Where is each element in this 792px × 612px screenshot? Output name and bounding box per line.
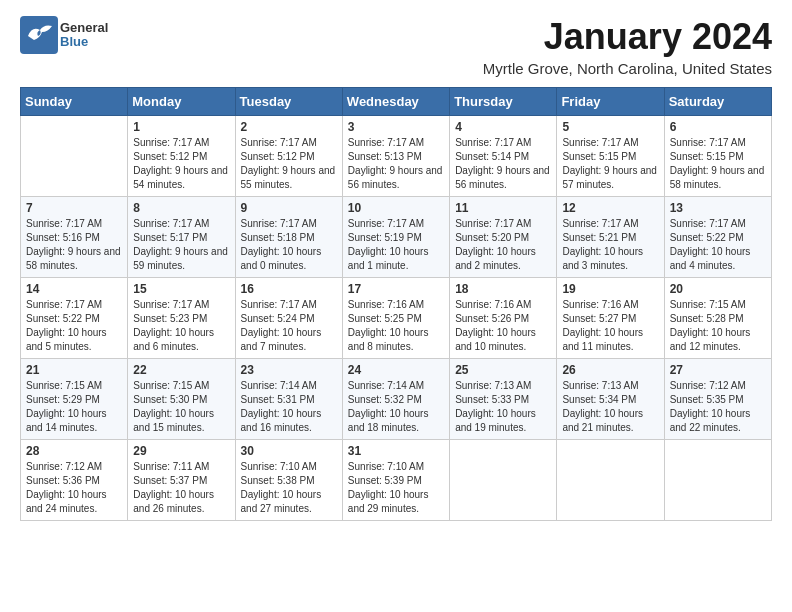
calendar-day-cell: 26Sunrise: 7:13 AMSunset: 5:34 PMDayligh… [557,359,664,440]
day-number: 5 [562,120,658,134]
day-number: 7 [26,201,122,215]
day-info: Sunrise: 7:17 AMSunset: 5:15 PMDaylight:… [562,136,658,192]
calendar-day-cell: 20Sunrise: 7:15 AMSunset: 5:28 PMDayligh… [664,278,771,359]
calendar-day-cell: 24Sunrise: 7:14 AMSunset: 5:32 PMDayligh… [342,359,449,440]
day-info: Sunrise: 7:16 AMSunset: 5:25 PMDaylight:… [348,298,444,354]
calendar-week-row: 21Sunrise: 7:15 AMSunset: 5:29 PMDayligh… [21,359,772,440]
day-number: 27 [670,363,766,377]
calendar-day-cell: 19Sunrise: 7:16 AMSunset: 5:27 PMDayligh… [557,278,664,359]
day-number: 8 [133,201,229,215]
day-number: 13 [670,201,766,215]
day-number: 9 [241,201,337,215]
day-info: Sunrise: 7:17 AMSunset: 5:24 PMDaylight:… [241,298,337,354]
calendar-day-cell: 4Sunrise: 7:17 AMSunset: 5:14 PMDaylight… [450,116,557,197]
day-info: Sunrise: 7:17 AMSunset: 5:20 PMDaylight:… [455,217,551,273]
calendar-day-cell [450,440,557,521]
day-info: Sunrise: 7:16 AMSunset: 5:26 PMDaylight:… [455,298,551,354]
calendar-day-cell: 2Sunrise: 7:17 AMSunset: 5:12 PMDaylight… [235,116,342,197]
logo: General Blue [20,16,108,54]
day-info: Sunrise: 7:17 AMSunset: 5:23 PMDaylight:… [133,298,229,354]
day-info: Sunrise: 7:17 AMSunset: 5:21 PMDaylight:… [562,217,658,273]
calendar-day-header: Thursday [450,88,557,116]
day-info: Sunrise: 7:17 AMSunset: 5:22 PMDaylight:… [670,217,766,273]
calendar-day-header: Friday [557,88,664,116]
day-number: 19 [562,282,658,296]
day-info: Sunrise: 7:17 AMSunset: 5:12 PMDaylight:… [133,136,229,192]
calendar-day-cell: 5Sunrise: 7:17 AMSunset: 5:15 PMDaylight… [557,116,664,197]
day-info: Sunrise: 7:17 AMSunset: 5:18 PMDaylight:… [241,217,337,273]
calendar-day-cell: 15Sunrise: 7:17 AMSunset: 5:23 PMDayligh… [128,278,235,359]
calendar-day-cell: 27Sunrise: 7:12 AMSunset: 5:35 PMDayligh… [664,359,771,440]
calendar-day-cell [21,116,128,197]
day-info: Sunrise: 7:11 AMSunset: 5:37 PMDaylight:… [133,460,229,516]
day-number: 23 [241,363,337,377]
day-info: Sunrise: 7:17 AMSunset: 5:22 PMDaylight:… [26,298,122,354]
calendar-day-cell: 6Sunrise: 7:17 AMSunset: 5:15 PMDaylight… [664,116,771,197]
day-info: Sunrise: 7:17 AMSunset: 5:13 PMDaylight:… [348,136,444,192]
calendar-day-cell: 28Sunrise: 7:12 AMSunset: 5:36 PMDayligh… [21,440,128,521]
day-info: Sunrise: 7:17 AMSunset: 5:17 PMDaylight:… [133,217,229,273]
calendar-day-cell: 31Sunrise: 7:10 AMSunset: 5:39 PMDayligh… [342,440,449,521]
logo-text-blue: Blue [60,35,108,49]
day-number: 31 [348,444,444,458]
day-number: 16 [241,282,337,296]
day-number: 2 [241,120,337,134]
day-number: 4 [455,120,551,134]
calendar-day-cell: 9Sunrise: 7:17 AMSunset: 5:18 PMDaylight… [235,197,342,278]
calendar-day-header: Monday [128,88,235,116]
location-title: Myrtle Grove, North Carolina, United Sta… [483,60,772,77]
calendar-day-cell: 8Sunrise: 7:17 AMSunset: 5:17 PMDaylight… [128,197,235,278]
day-number: 30 [241,444,337,458]
calendar-header-row: SundayMondayTuesdayWednesdayThursdayFrid… [21,88,772,116]
calendar-day-cell: 13Sunrise: 7:17 AMSunset: 5:22 PMDayligh… [664,197,771,278]
day-info: Sunrise: 7:15 AMSunset: 5:29 PMDaylight:… [26,379,122,435]
day-info: Sunrise: 7:10 AMSunset: 5:39 PMDaylight:… [348,460,444,516]
day-info: Sunrise: 7:13 AMSunset: 5:34 PMDaylight:… [562,379,658,435]
day-info: Sunrise: 7:10 AMSunset: 5:38 PMDaylight:… [241,460,337,516]
day-info: Sunrise: 7:17 AMSunset: 5:16 PMDaylight:… [26,217,122,273]
day-number: 1 [133,120,229,134]
calendar-table: SundayMondayTuesdayWednesdayThursdayFrid… [20,87,772,521]
calendar-day-cell: 3Sunrise: 7:17 AMSunset: 5:13 PMDaylight… [342,116,449,197]
calendar-day-cell [664,440,771,521]
calendar-week-row: 14Sunrise: 7:17 AMSunset: 5:22 PMDayligh… [21,278,772,359]
calendar-day-cell [557,440,664,521]
calendar-day-cell: 14Sunrise: 7:17 AMSunset: 5:22 PMDayligh… [21,278,128,359]
day-number: 17 [348,282,444,296]
day-number: 24 [348,363,444,377]
day-info: Sunrise: 7:16 AMSunset: 5:27 PMDaylight:… [562,298,658,354]
day-number: 11 [455,201,551,215]
day-info: Sunrise: 7:12 AMSunset: 5:36 PMDaylight:… [26,460,122,516]
calendar-day-header: Saturday [664,88,771,116]
day-info: Sunrise: 7:17 AMSunset: 5:12 PMDaylight:… [241,136,337,192]
calendar-day-cell: 18Sunrise: 7:16 AMSunset: 5:26 PMDayligh… [450,278,557,359]
day-number: 6 [670,120,766,134]
calendar-day-header: Tuesday [235,88,342,116]
day-info: Sunrise: 7:13 AMSunset: 5:33 PMDaylight:… [455,379,551,435]
day-number: 28 [26,444,122,458]
calendar-week-row: 1Sunrise: 7:17 AMSunset: 5:12 PMDaylight… [21,116,772,197]
day-number: 14 [26,282,122,296]
page-header: General Blue January 2024 Myrtle Grove, … [20,16,772,77]
day-number: 15 [133,282,229,296]
calendar-day-cell: 21Sunrise: 7:15 AMSunset: 5:29 PMDayligh… [21,359,128,440]
logo-icon [20,16,58,54]
calendar-day-cell: 10Sunrise: 7:17 AMSunset: 5:19 PMDayligh… [342,197,449,278]
day-number: 25 [455,363,551,377]
calendar-day-header: Sunday [21,88,128,116]
day-info: Sunrise: 7:15 AMSunset: 5:28 PMDaylight:… [670,298,766,354]
calendar-day-cell: 1Sunrise: 7:17 AMSunset: 5:12 PMDaylight… [128,116,235,197]
calendar-day-cell: 16Sunrise: 7:17 AMSunset: 5:24 PMDayligh… [235,278,342,359]
calendar-day-cell: 12Sunrise: 7:17 AMSunset: 5:21 PMDayligh… [557,197,664,278]
calendar-day-cell: 23Sunrise: 7:14 AMSunset: 5:31 PMDayligh… [235,359,342,440]
title-block: January 2024 Myrtle Grove, North Carolin… [483,16,772,77]
day-number: 3 [348,120,444,134]
day-number: 22 [133,363,229,377]
calendar-day-cell: 22Sunrise: 7:15 AMSunset: 5:30 PMDayligh… [128,359,235,440]
calendar-week-row: 28Sunrise: 7:12 AMSunset: 5:36 PMDayligh… [21,440,772,521]
day-number: 29 [133,444,229,458]
day-number: 21 [26,363,122,377]
day-info: Sunrise: 7:15 AMSunset: 5:30 PMDaylight:… [133,379,229,435]
day-number: 18 [455,282,551,296]
day-number: 10 [348,201,444,215]
